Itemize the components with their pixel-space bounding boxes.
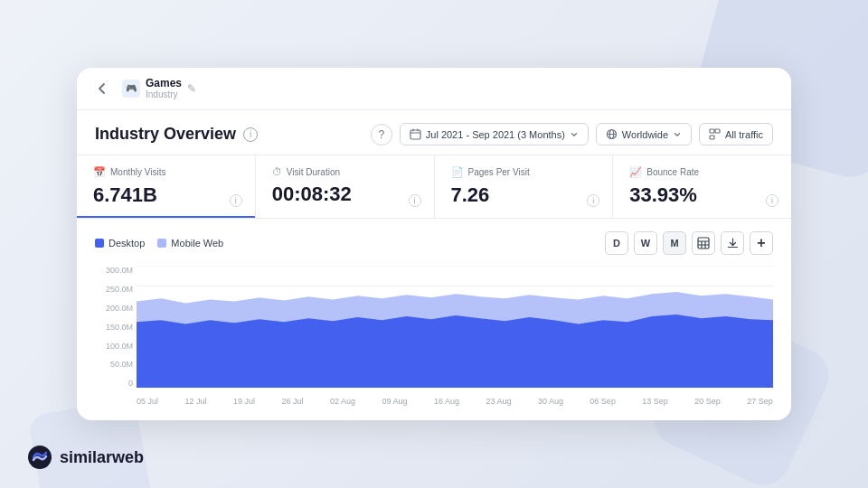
- chart-area: 300.0M 250.0M 200.0M 150.0M 100.0M 50.0M…: [95, 266, 773, 406]
- metric-info-bounce-rate[interactable]: i: [766, 194, 778, 207]
- y-label-0: 0: [95, 379, 133, 388]
- chart-inner: [137, 266, 773, 388]
- globe-icon: [606, 128, 618, 140]
- calendar-icon: [410, 128, 421, 140]
- svg-rect-0: [410, 130, 420, 139]
- geo-filter-button[interactable]: Worldwide: [596, 123, 692, 145]
- x-label-3: 19 Jul: [233, 397, 255, 406]
- nav-bar: 🎮 Games Industry ✎: [77, 68, 791, 110]
- metric-value-visit-duration: 00:08:32: [272, 183, 418, 206]
- legend-desktop: Desktop: [95, 238, 145, 249]
- y-label-2: 100.0M: [95, 342, 133, 351]
- chart-header: Desktop Mobile Web D W M: [95, 231, 773, 255]
- metrics-row: 📅 Monthly Visits 6.741B i ⏱ Visit Durati…: [77, 155, 791, 219]
- metric-pages-per-visit[interactable]: 📄 Pages Per Visit 7.26 i: [435, 155, 614, 218]
- x-label-10: 06 Sep: [590, 397, 616, 406]
- page-title: Industry Overview: [95, 125, 236, 144]
- y-label-5: 250.0M: [95, 285, 133, 294]
- date-filter-label: Jul 2021 - Sep 2021 (3 Months): [426, 129, 565, 140]
- x-label-8: 23 Aug: [486, 397, 511, 406]
- area-chart-svg: [137, 266, 773, 388]
- date-filter-button[interactable]: Jul 2021 - Sep 2021 (3 Months): [400, 123, 589, 145]
- table-icon: [697, 237, 710, 249]
- x-label-11: 13 Sep: [642, 397, 668, 406]
- svg-rect-3: [710, 129, 714, 133]
- metric-info-visit-duration[interactable]: i: [409, 194, 421, 207]
- x-axis: 05 Jul 12 Jul 19 Jul 26 Jul 02 Aug 09 Au…: [137, 397, 773, 406]
- y-axis: 300.0M 250.0M 200.0M 150.0M 100.0M 50.0M…: [95, 266, 133, 388]
- traffic-filter-button[interactable]: All traffic: [699, 123, 773, 145]
- download-button[interactable]: [721, 231, 744, 255]
- header-left: Industry Overview i: [95, 125, 258, 144]
- metric-monthly-visits[interactable]: 📅 Monthly Visits 6.741B i: [77, 155, 256, 218]
- x-label-2: 12 Jul: [184, 397, 206, 406]
- page-header: Industry Overview i ? Jul 2021 - Sep 202…: [77, 110, 791, 155]
- metric-value-pages-per-visit: 7.26: [451, 183, 597, 207]
- x-label-4: 26 Jul: [281, 397, 303, 406]
- x-label-1: 05 Jul: [137, 397, 158, 406]
- bounce-icon: 📈: [629, 166, 642, 178]
- y-label-4: 200.0M: [95, 304, 133, 313]
- x-label-13: 27 Sep: [747, 397, 773, 406]
- breadcrumb-title: Games: [146, 77, 182, 89]
- y-label-6: 300.0M: [95, 266, 133, 275]
- metric-value-bounce-rate: 33.93%: [629, 183, 775, 207]
- breadcrumb-subtitle: Industry: [146, 89, 182, 100]
- x-label-5: 02 Aug: [330, 397, 355, 406]
- y-label-3: 150.0M: [95, 323, 133, 332]
- granularity-month-button[interactable]: M: [663, 231, 686, 255]
- branding: similarweb: [27, 445, 144, 470]
- pages-icon: 📄: [451, 166, 464, 178]
- edit-icon[interactable]: ✎: [187, 82, 196, 95]
- calendar-small-icon: 📅: [93, 166, 106, 178]
- traffic-filter-label: All traffic: [725, 129, 763, 140]
- metric-label-pages-per-visit: 📄 Pages Per Visit: [451, 166, 597, 178]
- svg-rect-4: [715, 129, 720, 133]
- metric-info-pages-per-visit[interactable]: i: [587, 194, 599, 207]
- legend-label-mobile: Mobile Web: [171, 238, 223, 249]
- metric-visit-duration[interactable]: ⏱ Visit Duration 00:08:32 i: [256, 155, 435, 218]
- similarweb-logo-icon: [27, 445, 52, 470]
- legend-label-desktop: Desktop: [108, 238, 145, 249]
- table-view-button[interactable]: [692, 231, 715, 255]
- granularity-week-button[interactable]: W: [634, 231, 657, 255]
- geo-filter-label: Worldwide: [622, 129, 668, 140]
- traffic-icon: [709, 128, 721, 140]
- x-label-12: 20 Sep: [694, 397, 721, 406]
- legend-mobile: Mobile Web: [157, 238, 223, 249]
- legend-dot-mobile: [157, 239, 166, 248]
- title-info-icon[interactable]: i: [243, 127, 258, 142]
- x-label-6: 09 Aug: [382, 397, 407, 406]
- metric-info-monthly-visits[interactable]: i: [230, 194, 242, 207]
- breadcrumb-text: Games Industry: [146, 77, 182, 100]
- breadcrumb-icon: 🎮: [122, 80, 140, 98]
- brand-name-label: similarweb: [60, 448, 144, 467]
- metric-bounce-rate[interactable]: 📈 Bounce Rate 33.93% i: [613, 155, 791, 218]
- help-button[interactable]: ?: [371, 124, 392, 145]
- back-button[interactable]: [91, 78, 113, 99]
- metric-label-bounce-rate: 📈 Bounce Rate: [629, 166, 775, 178]
- chart-section: Desktop Mobile Web D W M: [77, 219, 791, 420]
- download-icon: [727, 238, 739, 249]
- main-card: 🎮 Games Industry ✎ Industry Overview i ?: [77, 68, 791, 420]
- y-label-1: 50.0M: [95, 360, 133, 369]
- add-button[interactable]: +: [750, 231, 773, 255]
- desktop-area: [137, 314, 773, 388]
- timer-icon: ⏱: [272, 166, 282, 177]
- metric-value-monthly-visits: 6.741B: [93, 183, 239, 207]
- x-label-7: 16 Aug: [434, 397, 459, 406]
- breadcrumb: 🎮 Games Industry ✎: [122, 77, 196, 100]
- legend-dot-desktop: [95, 239, 104, 248]
- metric-label-visit-duration: ⏱ Visit Duration: [272, 166, 418, 177]
- svg-rect-5: [710, 136, 714, 139]
- chart-controls: D W M: [605, 231, 773, 255]
- header-right: ? Jul 2021 - Sep 2021 (3 Months): [371, 123, 773, 145]
- chevron-down-icon: [570, 130, 579, 139]
- granularity-day-button[interactable]: D: [605, 231, 628, 255]
- svg-rect-6: [698, 238, 709, 249]
- chart-legend: Desktop Mobile Web: [95, 238, 223, 249]
- metric-label-monthly-visits: 📅 Monthly Visits: [93, 166, 239, 178]
- x-label-9: 30 Aug: [538, 397, 563, 406]
- chevron-down-icon-2: [673, 130, 682, 139]
